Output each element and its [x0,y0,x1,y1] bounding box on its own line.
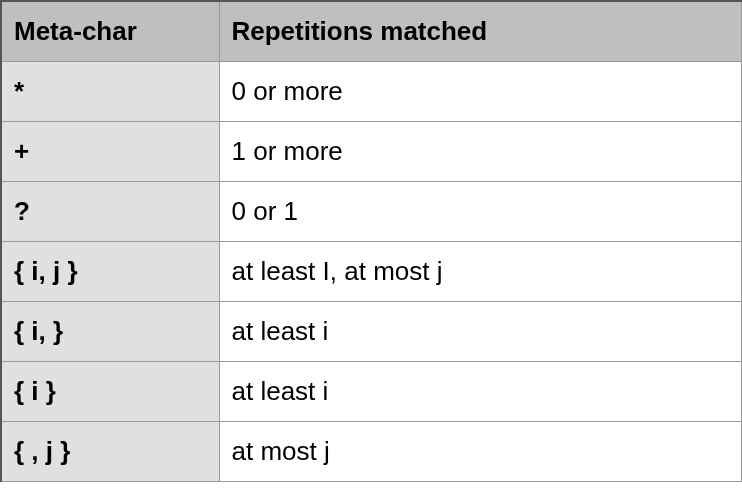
cell-metachar: + [1,122,219,182]
table-header-row: Meta-char Repetitions matched [1,1,742,62]
cell-desc: at least i [219,362,742,422]
cell-desc: 0 or 1 [219,182,742,242]
table-row: { i, } at least i [1,302,742,362]
regex-quantifiers-table: Meta-char Repetitions matched * 0 or mor… [0,0,742,482]
header-repetitions: Repetitions matched [219,1,742,62]
cell-desc: at least I, at most j [219,242,742,302]
cell-desc: 0 or more [219,62,742,122]
table-row: { i } at least i [1,362,742,422]
table-row: { i, j } at least I, at most j [1,242,742,302]
table-row: ? 0 or 1 [1,182,742,242]
header-metachar: Meta-char [1,1,219,62]
cell-metachar: { i, j } [1,242,219,302]
cell-desc: 1 or more [219,122,742,182]
table-row: * 0 or more [1,62,742,122]
table-row: { , j } at most j [1,422,742,482]
cell-metachar: { i, } [1,302,219,362]
cell-metachar: * [1,62,219,122]
table-row: + 1 or more [1,122,742,182]
cell-metachar: ? [1,182,219,242]
cell-desc: at least i [219,302,742,362]
cell-metachar: { , j } [1,422,219,482]
cell-desc: at most j [219,422,742,482]
cell-metachar: { i } [1,362,219,422]
